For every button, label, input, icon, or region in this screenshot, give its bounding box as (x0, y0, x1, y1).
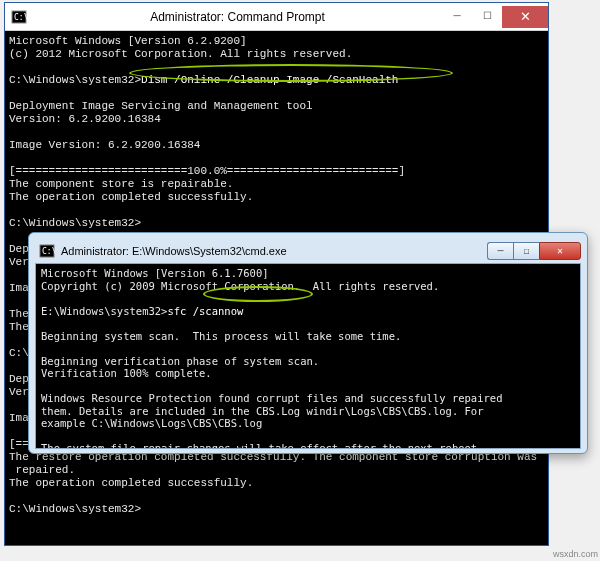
output-line: (c) 2012 Microsoft Corporation. All righ… (9, 48, 352, 60)
titlebar[interactable]: C:\ Administrator: E:\Windows\System32\c… (35, 239, 581, 263)
maximize-button[interactable]: ☐ (513, 242, 539, 260)
output-line: them. Details are included in the CBS.Lo… (41, 405, 484, 417)
window-title: Administrator: E:\Windows\System32\cmd.e… (59, 245, 487, 257)
output-line: Deployment Image Servicing and Managemen… (9, 100, 313, 112)
output-line: repaired. (9, 464, 75, 476)
cmd-window-win7: C:\ Administrator: E:\Windows\System32\c… (28, 232, 588, 454)
output-line: Beginning verification phase of system s… (41, 355, 319, 367)
terminal-content[interactable]: Microsoft Windows [Version 6.1.7600] Cop… (35, 263, 581, 449)
output-line: Copyright (c) 2009 Microsoft Corporation… (41, 280, 439, 292)
output-line: Windows Resource Protection found corrup… (41, 392, 502, 404)
output-line: Beginning system scan. This process will… (41, 330, 401, 342)
output-line: Image Version: 6.2.9200.16384 (9, 139, 200, 151)
typed-command: Dism /Online /Cleanup-Image /ScanHealth (141, 74, 398, 86)
watermark: wsxdn.com (553, 549, 598, 559)
close-button[interactable]: ✕ (502, 6, 548, 28)
prompt: E:\Windows\system32> (41, 305, 167, 317)
output-line: The operation completed successfully. (9, 477, 253, 489)
output-line: Version: 6.2.9200.16384 (9, 113, 161, 125)
titlebar[interactable]: C:\ Administrator: Command Prompt ─ ☐ ✕ (5, 3, 548, 31)
svg-text:C:\: C:\ (42, 247, 55, 256)
cmd-icon: C:\ (39, 243, 55, 259)
typed-command: sfc /scannow (167, 305, 243, 317)
output-line: Microsoft Windows [Version 6.1.7600] (41, 267, 269, 279)
cmd-icon: C:\ (11, 9, 27, 25)
output-line: The system file repair changes will take… (41, 442, 484, 449)
minimize-button[interactable]: ─ (442, 6, 472, 26)
output-line: example C:\Windows\Logs\CBS\CBS.log (41, 417, 262, 429)
window-controls: ─ ☐ ✕ (487, 242, 581, 260)
prompt: C:\Windows\system32> (9, 217, 141, 229)
window-title: Administrator: Command Prompt (33, 10, 442, 24)
minimize-button[interactable]: ─ (487, 242, 513, 260)
output-line: The operation completed successfully. (9, 191, 253, 203)
prompt: C:\Windows\system32> (9, 503, 141, 515)
output-line: Microsoft Windows [Version 6.2.9200] (9, 35, 247, 47)
svg-text:C:\: C:\ (14, 13, 27, 22)
close-button[interactable]: ✕ (539, 242, 581, 260)
output-line: [==========================100.0%=======… (9, 165, 405, 177)
output-line: The component store is repairable. (9, 178, 233, 190)
prompt: C:\Windows\system32> (9, 74, 141, 86)
output-line: Verification 100% complete. (41, 367, 212, 379)
maximize-button[interactable]: ☐ (472, 6, 502, 26)
window-controls: ─ ☐ ✕ (442, 6, 548, 28)
